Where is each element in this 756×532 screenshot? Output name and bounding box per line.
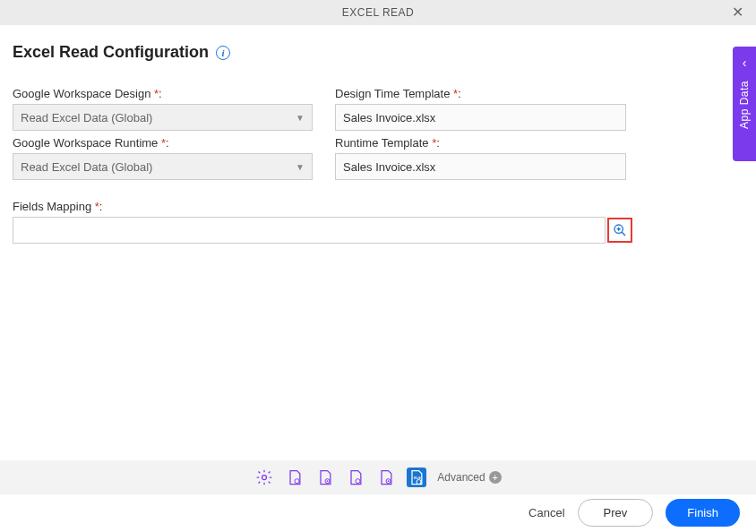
finish-button[interactable]: Finish: [666, 499, 740, 527]
select-gw-design[interactable]: Read Excel Data (Global) ▼: [13, 104, 313, 131]
field-design-tpl: Design Time Template *:: [335, 87, 626, 131]
info-icon[interactable]: i: [216, 46, 230, 60]
mapping-input-wrap: [13, 217, 632, 244]
label-gw-runtime: Google Workspace Runtime *:: [13, 136, 313, 150]
app-data-side-tab[interactable]: ‹ App Data: [733, 47, 756, 161]
form-grid: Google Workspace Design *: Read Excel Da…: [13, 87, 743, 244]
dialog-title: EXCEL READ: [342, 6, 415, 19]
svg-point-7: [327, 480, 329, 482]
wizard-toolbar: XLS Advanced +: [0, 460, 756, 494]
field-gw-runtime: Google Workspace Runtime *: Read Excel D…: [13, 136, 313, 180]
svg-point-5: [295, 479, 299, 484]
page-title: Excel Read Configuration: [13, 43, 209, 62]
step-settings-icon[interactable]: [254, 468, 274, 487]
page-title-row: Excel Read Configuration i: [13, 43, 743, 62]
advanced-toggle[interactable]: Advanced +: [437, 471, 501, 484]
close-icon[interactable]: ✕: [732, 5, 743, 20]
input-runtime-tpl[interactable]: [335, 153, 626, 180]
dialog-header: EXCEL READ ✕: [0, 0, 756, 25]
side-tab-label: App Data: [738, 81, 751, 129]
svg-point-8: [356, 479, 360, 484]
label-design-tpl: Design Time Template *:: [335, 87, 626, 100]
chevron-down-icon: ▼: [296, 113, 305, 123]
chevron-down-icon: ▼: [296, 162, 305, 172]
input-fields-mapping[interactable]: [13, 217, 606, 244]
advanced-label-text: Advanced: [437, 471, 485, 484]
step-doc1-icon[interactable]: [285, 468, 305, 487]
step-doc2-icon[interactable]: [315, 468, 335, 487]
svg-point-4: [262, 476, 267, 480]
field-runtime-tpl: Runtime Template *:: [335, 136, 626, 180]
step-xls-icon[interactable]: XLS: [407, 468, 426, 487]
svg-text:XLS: XLS: [414, 476, 421, 480]
field-gw-design: Google Workspace Design *: Read Excel Da…: [13, 87, 313, 131]
svg-line-1: [622, 232, 625, 236]
step-doc3-icon[interactable]: [346, 468, 365, 487]
label-runtime-tpl: Runtime Template *:: [335, 136, 626, 150]
svg-point-10: [388, 480, 390, 482]
input-design-tpl[interactable]: [335, 104, 626, 131]
prev-button[interactable]: Prev: [578, 499, 654, 527]
mapping-lookup-button[interactable]: [607, 218, 632, 243]
cancel-button[interactable]: Cancel: [528, 506, 564, 519]
step-doc4-icon[interactable]: [376, 468, 396, 487]
plus-icon: +: [489, 471, 502, 484]
select-gw-design-value: Read Excel Data (Global): [21, 111, 152, 124]
select-gw-runtime-value: Read Excel Data (Global): [21, 160, 152, 174]
footer-buttons: Cancel Prev Finish: [528, 499, 740, 527]
label-gw-design: Google Workspace Design *:: [13, 87, 313, 100]
content-area: Excel Read Configuration i Google Worksp…: [0, 25, 756, 244]
select-gw-runtime[interactable]: Read Excel Data (Global) ▼: [13, 153, 313, 180]
search-zoom-icon: [613, 223, 627, 237]
label-fields-mapping: Fields Mapping *:: [13, 200, 626, 213]
svg-point-12: [417, 480, 421, 485]
field-fields-mapping: Fields Mapping *:: [13, 200, 626, 244]
chevron-left-icon: ‹: [743, 56, 747, 70]
